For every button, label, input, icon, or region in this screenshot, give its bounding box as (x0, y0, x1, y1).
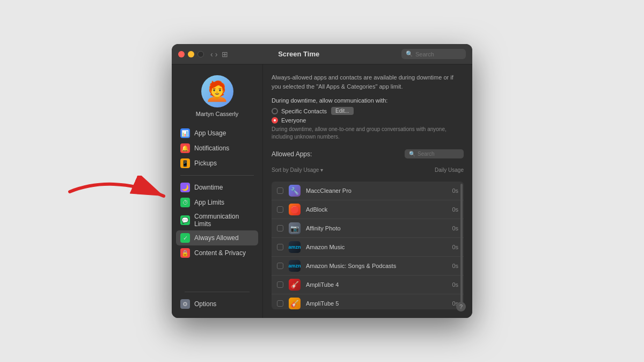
sort-label[interactable]: Sort by Daily Usage ▾ (272, 167, 323, 173)
app-usage-adblock: 0s (445, 206, 458, 213)
options-icon: ⚙ (180, 299, 190, 309)
search-icon: 🔍 (406, 50, 413, 57)
communication-label: During downtime, allow communication wit… (272, 97, 464, 104)
sidebar-label-always-allowed: Always Allowed (194, 234, 239, 242)
avatar-emoji: 🧑‍🦰 (205, 82, 229, 101)
app-usage-icon: 📊 (180, 128, 190, 138)
sidebar-item-content-privacy[interactable]: 🔒 Content & Privacy (176, 245, 258, 260)
specific-contacts-radio[interactable]: Specific Contacts (272, 108, 327, 114)
sidebar-label-app-usage: App Usage (194, 129, 226, 137)
main-description: Always-allowed apps and contacts are ava… (272, 73, 464, 91)
app-checkbox-amplitube5[interactable] (277, 300, 283, 307)
help-button[interactable]: ? (456, 302, 466, 312)
app-checkbox-maccleaner[interactable] (277, 187, 283, 194)
minimize-button[interactable] (188, 51, 194, 57)
list-item: amzn Amazon Music 0s (272, 238, 464, 257)
sidebar-label-options: Options (194, 300, 216, 308)
sidebar-item-always-allowed[interactable]: ✓ Always Allowed (176, 230, 258, 245)
always-allowed-icon: ✓ (180, 233, 190, 243)
window-title: Screen Time (196, 50, 401, 58)
sidebar-label-content-privacy: Content & Privacy (194, 249, 246, 257)
specific-contacts-label: Specific Contacts (281, 108, 327, 114)
edit-button[interactable]: Edit... (331, 107, 354, 115)
sidebar-label-notifications: Notifications (194, 144, 229, 152)
list-item: 🔧 MaccCleaner Pro 0s (272, 182, 464, 200)
content-privacy-icon: 🔒 (180, 248, 190, 258)
sort-row: Sort by Daily Usage ▾ Daily Usage (272, 167, 464, 173)
communication-limits-icon: 💬 (180, 215, 190, 225)
app-icon-affinity: 📷 (289, 222, 301, 234)
allowed-apps-header: Allowed Apps: 🔍 (272, 149, 464, 158)
specific-contacts-row: Specific Contacts Edit... (272, 107, 464, 115)
screen-time-window: ‹ › ⊞ Screen Time 🔍 🧑‍🦰 Martyn Casserly … (172, 44, 472, 318)
red-arrow-indicator (64, 176, 172, 221)
app-checkbox-amazon-music[interactable] (277, 244, 283, 250)
apps-list: 🔧 MaccCleaner Pro 0s 🛑 AdBlock 0s 📷 Affi… (272, 182, 464, 309)
radio-group: Specific Contacts Edit... Everyone (272, 107, 464, 124)
apps-search[interactable]: 🔍 (405, 149, 464, 158)
app-name-amplitube5: AmpliTube 5 (306, 300, 440, 307)
sidebar-item-notifications[interactable]: 🔔 Notifications (176, 141, 258, 156)
close-button[interactable] (178, 51, 185, 57)
search-input[interactable] (415, 51, 464, 57)
sidebar-nav-top: 📊 App Usage 🔔 Notifications 📱 Pickups (172, 126, 262, 171)
app-checkbox-amazon-songs[interactable] (277, 263, 283, 269)
sidebar-item-options[interactable]: ⚙ Options (176, 296, 258, 312)
app-usage-affinity: 0s (445, 225, 458, 231)
everyone-radio-circle (272, 117, 278, 124)
daily-usage-header: Daily Usage (435, 167, 464, 173)
downtime-description: During downtime, allow one-to-one and gr… (272, 126, 464, 141)
avatar-section: 🧑‍🦰 Martyn Casserly (172, 71, 262, 126)
content-area: Always-allowed apps and contacts are ava… (263, 64, 472, 318)
app-name-amazon-music: Amazon Music (306, 244, 440, 250)
everyone-label: Everyone (281, 117, 306, 124)
app-name-amazon-songs: Amazon Music: Songs & Podcasts (306, 263, 440, 269)
list-item: 🎸 AmpliTube 4 0s (272, 276, 464, 294)
title-bar: ‹ › ⊞ Screen Time 🔍 (172, 44, 472, 64)
list-item: 🛑 AdBlock 0s (272, 200, 464, 219)
user-name: Martyn Casserly (196, 111, 238, 117)
sidebar-item-app-usage[interactable]: 📊 App Usage (176, 126, 258, 141)
app-usage-amazon-music: 0s (445, 244, 458, 250)
sidebar-item-communication-limits[interactable]: 💬 Communication Limits (176, 210, 258, 230)
apps-search-icon: 🔍 (409, 151, 415, 157)
app-icon-adblock: 🛑 (289, 204, 301, 215)
app-name-affinity: Affinity Photo (306, 225, 440, 231)
app-usage-maccleaner: 0s (445, 187, 458, 194)
app-icon-maccleaner: 🔧 (289, 185, 301, 197)
title-search[interactable]: 🔍 (401, 49, 466, 59)
communication-section: During downtime, allow communication wit… (272, 97, 464, 141)
chevron-down-icon: ▾ (320, 167, 323, 173)
app-icon-amplitube5: 🎸 (289, 298, 301, 309)
app-name-maccleaner: MaccCleaner Pro (306, 187, 440, 194)
avatar: 🧑‍🦰 (201, 75, 233, 107)
sidebar-label-app-limits: App Limits (194, 199, 224, 206)
downtime-icon: 🌙 (180, 183, 190, 192)
sidebar-divider-1 (180, 175, 254, 176)
app-name-adblock: AdBlock (306, 206, 440, 213)
everyone-radio[interactable]: Everyone (272, 117, 464, 124)
sidebar-item-pickups[interactable]: 📱 Pickups (176, 156, 258, 171)
specific-contacts-radio-circle (272, 108, 278, 114)
sidebar-divider-2 (185, 292, 250, 292)
sidebar-label-pickups: Pickups (194, 160, 217, 167)
pickups-icon: 📱 (180, 158, 190, 168)
app-icon-amazon-music: amzn (289, 241, 301, 253)
sidebar-label-communication-limits: Communication Limits (194, 213, 254, 228)
main-content: 🧑‍🦰 Martyn Casserly 📊 App Usage 🔔 Notifi… (172, 64, 472, 318)
app-checkbox-amplitube4[interactable] (277, 281, 283, 288)
sidebar-nav-middle: 🌙 Downtime ⏱ App Limits 💬 Communication … (172, 180, 262, 260)
app-usage-amplitube4: 0s (445, 281, 458, 288)
app-checkbox-adblock[interactable] (277, 206, 283, 213)
app-name-amplitube4: AmpliTube 4 (306, 281, 440, 288)
sidebar-label-downtime: Downtime (194, 184, 223, 191)
app-checkbox-affinity[interactable] (277, 225, 283, 231)
apps-search-input[interactable] (418, 151, 460, 157)
list-item: 🎸 AmpliTube 5 0s (272, 294, 464, 309)
app-limits-icon: ⏱ (180, 198, 190, 207)
app-icon-amazon-songs: amzn (289, 260, 301, 272)
app-icon-amplitube4: 🎸 (289, 279, 301, 291)
scrollbar[interactable] (460, 184, 463, 307)
sidebar-item-downtime[interactable]: 🌙 Downtime (176, 180, 258, 195)
sidebar-item-app-limits[interactable]: ⏱ App Limits (176, 195, 258, 210)
